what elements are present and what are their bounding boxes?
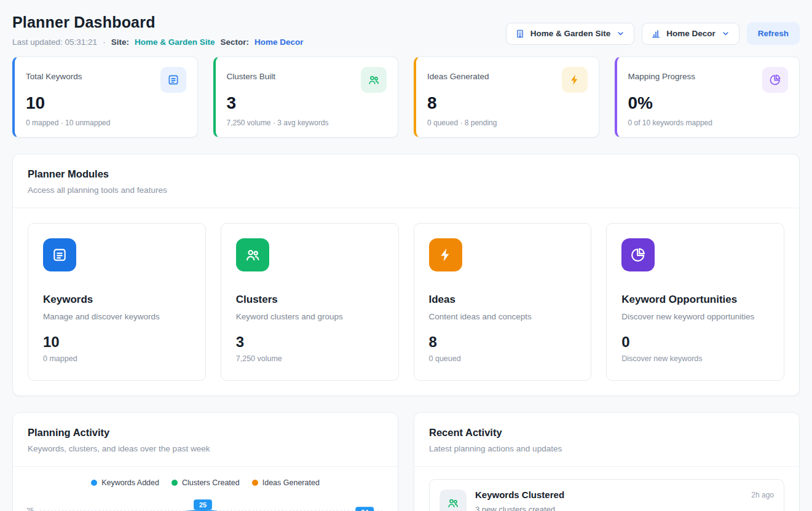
planning-activity-panel: Planning Activity Keywords, clusters, an… [12, 412, 398, 511]
legend-item-clusters-created: Clusters Created [171, 478, 240, 487]
activity-item-keywords-clustered: Keywords Clustered 2h ago 3 new clusters… [429, 479, 784, 511]
module-title: Clusters [236, 294, 384, 306]
stat-label: Total Keywords [26, 67, 82, 81]
legend-dot [91, 480, 97, 486]
activity-description: 3 new clusters created [475, 505, 774, 511]
header: Planner Dashboard Last updated: 05:31:21… [12, 14, 800, 47]
module-description: Manage and discover keywords [43, 312, 191, 321]
panel-title: Planning Activity [28, 427, 383, 439]
panel-subtitle: Access all planning tools and features [28, 185, 784, 195]
stat-label: Clusters Built [227, 67, 276, 81]
panel-header: Recent Activity Latest planning actions … [414, 413, 799, 466]
site-selector-value: Home & Garden Site [530, 29, 611, 38]
bottom-row: Planning Activity Keywords, clusters, an… [12, 412, 800, 511]
chevron-down-icon [721, 29, 730, 38]
legend-label: Keywords Added [101, 478, 159, 487]
meta-line: Last updated: 05:31:21 · Site: Home & Ga… [12, 37, 303, 47]
module-description: Keyword clusters and groups [236, 312, 384, 321]
module-card-keywords[interactable]: Keywords Manage and discover keywords 10… [28, 223, 206, 381]
module-card-ideas[interactable]: Ideas Content ideas and concepts 8 0 que… [414, 223, 592, 381]
chevron-down-icon [616, 29, 625, 38]
panel-header: Planner Modules Access all planning tool… [13, 154, 799, 208]
sector-selector-value: Home Decor [666, 29, 715, 38]
planning-activity-chart: 25 25 24 [13, 490, 398, 511]
chart-legend: Keywords Added Clusters Created Ideas Ge… [13, 467, 398, 490]
recent-activity-panel: Recent Activity Latest planning actions … [414, 412, 800, 511]
pie-chart-icon [621, 238, 655, 271]
module-value: 8 [429, 334, 577, 351]
stat-detail: 0 of 10 keywords mapped [628, 119, 789, 127]
point-label: 25 [199, 501, 207, 509]
legend-dot [252, 480, 258, 486]
activity-timestamp: 2h ago [751, 490, 774, 499]
stat-label: Ideas Generated [427, 67, 489, 81]
site-label: Site: [111, 37, 129, 47]
line-chart: 25 25 24 [20, 494, 387, 511]
stat-label: Mapping Progress [628, 67, 696, 81]
activity-body: Keywords Clustered 2h ago 3 new clusters… [475, 490, 774, 511]
stats-row: Total Keywords 10 0 mapped · 10 unmapped… [12, 57, 800, 138]
module-detail: 0 queued [429, 354, 577, 363]
legend-item-keywords-added: Keywords Added [91, 478, 159, 487]
planner-dashboard-page: Planner Dashboard Last updated: 05:31:21… [0, 0, 812, 511]
stat-value: 8 [427, 93, 588, 113]
site-selector-dropdown[interactable]: Home & Garden Site [506, 23, 635, 45]
module-title: Keyword Opportunities [621, 294, 769, 306]
panel-header: Planning Activity Keywords, clusters, an… [13, 413, 398, 466]
stat-card-total-keywords: Total Keywords 10 0 mapped · 10 unmapped [12, 57, 198, 138]
header-controls: Home & Garden Site Home Decor Refresh [506, 14, 800, 45]
module-title: Ideas [429, 294, 577, 306]
module-title: Keywords [43, 294, 191, 306]
bar-chart-icon [651, 29, 661, 39]
stat-value: 0% [628, 93, 789, 113]
last-updated-text: Last updated: 05:31:21 [12, 37, 97, 47]
module-card-keyword-opportunities[interactable]: Keyword Opportunities Discover new keywo… [606, 223, 784, 381]
activity-title: Keywords Clustered [475, 490, 564, 500]
site-link[interactable]: Home & Garden Site [135, 37, 215, 47]
legend-label: Ideas Generated [262, 478, 320, 487]
refresh-button[interactable]: Refresh [747, 22, 800, 45]
legend-label: Clusters Created [182, 478, 240, 487]
bolt-icon [562, 67, 588, 93]
y-axis-tick: 25 [26, 507, 34, 511]
module-detail: 7,250 volume [236, 354, 384, 363]
document-icon [160, 67, 186, 93]
stat-detail: 7,250 volume · 3 avg keywords [227, 119, 387, 127]
users-icon [440, 490, 467, 511]
module-detail: Discover new keywords [621, 354, 769, 363]
stat-card-ideas-generated: Ideas Generated 8 0 queued · 8 pending [414, 57, 599, 138]
stat-value: 10 [26, 93, 186, 113]
users-icon [361, 67, 387, 93]
point-label: 24 [361, 509, 368, 511]
module-value: 3 [236, 334, 384, 351]
legend-dot [171, 480, 178, 486]
building-icon [515, 29, 525, 39]
module-description: Discover new keyword opportunities [621, 312, 769, 321]
panel-title: Recent Activity [429, 427, 784, 439]
module-value: 0 [621, 334, 769, 351]
module-card-clusters[interactable]: Clusters Keyword clusters and groups 3 7… [221, 223, 399, 381]
panel-title: Planner Modules [28, 168, 784, 180]
header-left: Planner Dashboard Last updated: 05:31:21… [12, 14, 303, 47]
sector-selector-dropdown[interactable]: Home Decor [642, 23, 739, 45]
sector-link[interactable]: Home Decor [254, 37, 304, 47]
panel-subtitle: Latest planning actions and updates [429, 444, 784, 453]
users-icon [236, 238, 269, 271]
bolt-icon [429, 238, 462, 271]
stat-card-mapping-progress: Mapping Progress 0% 0 of 10 keywords map… [615, 57, 800, 138]
module-detail: 0 mapped [43, 354, 191, 363]
legend-item-ideas-generated: Ideas Generated [252, 478, 320, 487]
stat-value: 3 [227, 93, 387, 113]
module-description: Content ideas and concepts [429, 312, 577, 321]
meta-separator: · [103, 37, 106, 47]
document-icon [43, 238, 76, 271]
sector-label: Sector: [220, 37, 249, 47]
planner-modules-panel: Planner Modules Access all planning tool… [12, 154, 800, 396]
stat-detail: 0 queued · 8 pending [427, 119, 588, 127]
stat-card-clusters-built: Clusters Built 3 7,250 volume · 3 avg ke… [213, 57, 399, 138]
module-value: 10 [43, 334, 191, 351]
modules-grid: Keywords Manage and discover keywords 10… [13, 208, 799, 396]
panel-subtitle: Keywords, clusters, and ideas over the p… [28, 444, 383, 453]
stat-detail: 0 mapped · 10 unmapped [26, 119, 186, 127]
page-title: Planner Dashboard [12, 14, 303, 31]
